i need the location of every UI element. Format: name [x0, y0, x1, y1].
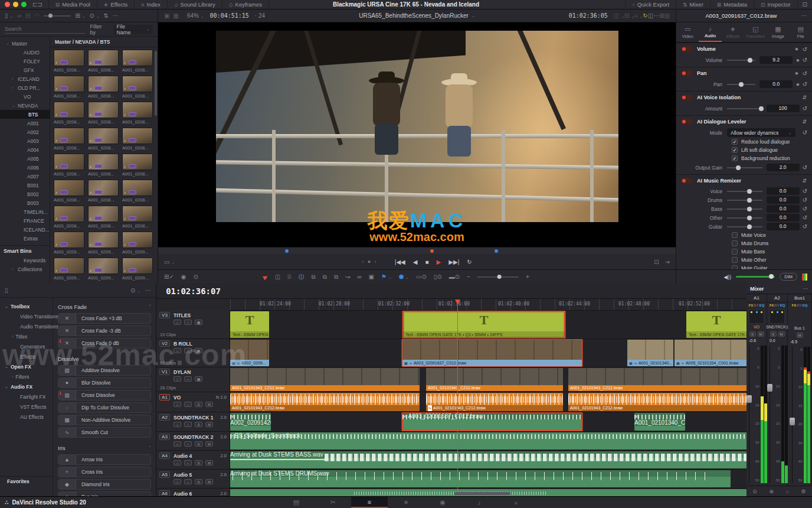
film-view-icon[interactable]: ▦: [173, 12, 178, 19]
effects-nav-item[interactable]: ›Titles: [0, 331, 53, 341]
media-clip[interactable]: ♪A001_0209...: [122, 258, 156, 281]
track-header-v2[interactable]: V2B ROLL ⌂⇔▦ 61 Clips: [156, 339, 230, 367]
media-clip[interactable]: ♪A001_0209...: [88, 232, 122, 255]
page-button[interactable]: ▤: [278, 497, 315, 508]
audio-clip[interactable]: ♪ ES_Solitude_Soundtrack: [230, 432, 746, 450]
selection-mode-icon[interactable]: ▶: [262, 273, 269, 281]
viewer-zoom-select[interactable]: 64% ⌄: [187, 12, 204, 19]
effects-nav-item[interactable]: ›Filters: [0, 372, 53, 382]
tune-icon[interactable]: ⇵: [802, 95, 807, 100]
checkbox-checked[interactable]: ✓: [732, 139, 738, 145]
link-bins-icon[interactable]: ∞: [17, 12, 21, 19]
eq-badge[interactable]: EQ: [780, 304, 785, 307]
fx-badge[interactable]: FX: [770, 304, 774, 307]
page-button[interactable]: ♪: [461, 497, 497, 508]
marker-icon[interactable]: ⬟ ⌄: [399, 273, 409, 280]
bin-item[interactable]: A003: [0, 136, 50, 145]
custom-zoom-icon[interactable]: ▭⊙: [416, 273, 427, 280]
transition-item[interactable]: ◌Dip To Color Dissolve: [58, 402, 151, 413]
transition-item[interactable]: +Cross Iris: [58, 467, 151, 477]
reset-icon[interactable]: ↺: [803, 129, 807, 136]
solo-button[interactable]: S: [195, 479, 202, 484]
track-header-a5[interactable]: A5Audio 52.0 ⌂⇔SM: [156, 470, 230, 488]
bin-item[interactable]: B003: [0, 198, 50, 207]
dynamic-trim-icon[interactable]: ⟨|⟩: [298, 273, 304, 280]
filmstrip-icon[interactable]: ▥: [664, 12, 670, 19]
auto-select-icon[interactable]: ⇔: [184, 402, 192, 407]
bin-item[interactable]: A001: [0, 119, 50, 128]
page-button[interactable]: ∗: [388, 497, 424, 508]
fx-badge[interactable]: FX: [749, 304, 754, 307]
save-still-icon[interactable]: ⊟ ⌄: [624, 12, 634, 19]
effects-nav-item[interactable]: Audio Transitions: [0, 321, 53, 331]
mute-button[interactable]: M: [205, 402, 213, 407]
volume-toggle[interactable]: [681, 46, 693, 52]
fader[interactable]: [746, 346, 752, 483]
reset-icon[interactable]: ↺: [803, 223, 807, 230]
chat-icon[interactable]: ⊙: [752, 489, 757, 494]
bin-item[interactable]: A002: [0, 128, 50, 136]
mute-button[interactable]: M: [758, 331, 764, 337]
home-icon[interactable]: ⌂: [786, 489, 789, 494]
transition-item[interactable]: ▲Arrow Iris: [58, 454, 151, 465]
checkbox-unchecked[interactable]: [732, 249, 738, 255]
output-gain-slider[interactable]: [727, 167, 762, 168]
audio-clip[interactable]: ∞ A003_02091637_C012.braw: [402, 413, 582, 431]
audio-clip[interactable]: A001_02101943_C212.braw: [568, 393, 746, 411]
keyframe-icon[interactable]: ◆: [795, 71, 798, 76]
effects-nav-item[interactable]: Effects: [0, 351, 53, 362]
track-header-a3[interactable]: A3SOUNDTRACK 22.0 ⌂⇔SM: [156, 432, 230, 450]
smart-bin-item[interactable]: Keywords: [0, 256, 50, 265]
play-reverse-button[interactable]: ◀: [413, 259, 418, 265]
audio-clip[interactable]: Arriving at Dusk STEMS BASS.wav: [230, 451, 746, 468]
position-lock-icon[interactable]: ▣: [369, 273, 374, 280]
reset-icon[interactable]: ↺: [803, 70, 807, 77]
transition-item[interactable]: ▩Non-Additive Dissolve: [58, 415, 151, 425]
media-clip[interactable]: ♪A001_0208...: [54, 76, 87, 99]
auto-select-icon[interactable]: ⇔: [184, 479, 192, 484]
media-clip[interactable]: ♪A001_0208...: [122, 102, 156, 125]
bin-list-icon[interactable]: ▯ ⌄: [5, 12, 13, 19]
auto-select-icon[interactable]: ⇔: [184, 348, 192, 353]
keyframe-icon[interactable]: ◆: [795, 47, 798, 51]
video-clip[interactable]: ▦∞A003_02091637_C012.braw: [402, 340, 582, 366]
bin-item[interactable]: A005: [0, 154, 50, 163]
remixer-slider[interactable]: [727, 209, 762, 210]
video-clip[interactable]: A001_02101943_C212.braw: [426, 368, 563, 391]
bin-item[interactable]: ICELAND...: [0, 225, 50, 234]
audio-clip[interactable]: fxA001_02101943_C212.braw: [426, 393, 563, 411]
audio-clip[interactable]: ∞ A001_02101340_C15...: [634, 413, 685, 431]
dynamics-badge[interactable]: DY: [797, 304, 801, 307]
title-clip[interactable]: TText - 65MM OPEN ...: [230, 311, 269, 338]
transition-item[interactable]: ∿Smooth Cut: [58, 427, 151, 438]
zoom-out-icon[interactable]: −: [467, 273, 470, 280]
amount-slider[interactable]: [727, 108, 762, 109]
thumb-size-slider[interactable]: [44, 15, 71, 17]
bin-item[interactable]: AUDIO: [0, 48, 50, 57]
mute-button[interactable]: M: [797, 333, 803, 338]
inspector-tab[interactable]: ▭Video: [676, 22, 699, 42]
checkbox-checked[interactable]: ✓: [732, 155, 738, 161]
dynamics-badge[interactable]: DY: [774, 304, 779, 307]
solo-button[interactable]: S: [770, 331, 777, 337]
solo-button[interactable]: S: [195, 460, 202, 465]
zoom-slider[interactable]: [477, 276, 519, 278]
bin-item[interactable]: B002: [0, 190, 50, 198]
lock-icon[interactable]: ⌂: [173, 348, 181, 353]
traffic-lights[interactable]: [5, 2, 27, 7]
lock-icon[interactable]: ⌂: [173, 402, 181, 407]
monitor-volume-slider[interactable]: [736, 276, 775, 278]
video-clip[interactable]: ▦∞A001_02101340...: [627, 340, 673, 366]
media-clip[interactable]: ♪A001_0208...: [54, 180, 87, 203]
search-icon[interactable]: ⊙ ⌄: [130, 287, 140, 294]
bin-item[interactable]: B001: [0, 181, 50, 190]
keyframe-icon[interactable]: ◆: [796, 58, 799, 63]
media-clip[interactable]: ♪A001_0209...: [88, 258, 122, 281]
lock-icon[interactable]: ⌂: [173, 441, 181, 447]
auto-select-icon[interactable]: ⇔: [184, 320, 192, 325]
viewer-scrub-bar[interactable]: [158, 247, 676, 254]
output-gain-value[interactable]: 2.0: [767, 164, 800, 171]
page-button[interactable]: »: [497, 497, 534, 508]
speaker-icon[interactable]: ◀)): [723, 274, 731, 280]
bin-item[interactable]: A006: [0, 163, 50, 172]
